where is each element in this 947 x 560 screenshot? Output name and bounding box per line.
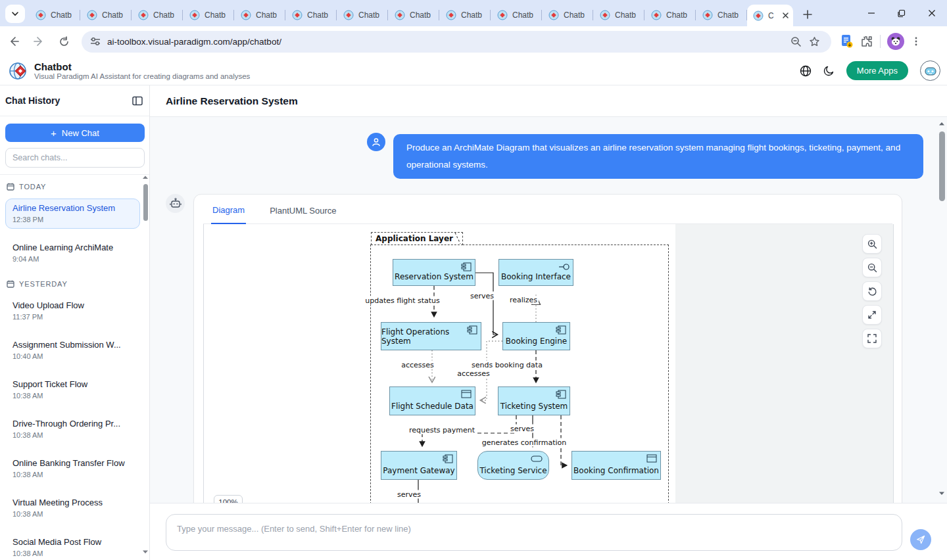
component-icon [467, 325, 477, 335]
back-button[interactable] [3, 30, 25, 53]
chat-item-title: Assignment Submission W... [12, 340, 133, 350]
extensions-puzzle-icon[interactable] [860, 35, 873, 48]
zoom-in-button[interactable] [862, 234, 882, 254]
section-label: YESTERDAY [19, 280, 68, 288]
minimize-icon [867, 9, 875, 17]
chatbot-widget-button[interactable] [920, 60, 940, 81]
panda-avatar-icon [890, 35, 902, 47]
chat-item-selected[interactable]: Airline Reservation System 12:38 PM [5, 198, 140, 229]
chat-item[interactable]: Support Ticket Flow 10:38 AM [5, 375, 140, 405]
diagram-canvas[interactable]: Application Layer [203, 224, 894, 503]
node-payment-gateway[interactable]: Payment Gateway [381, 451, 457, 480]
node-flight-schedule-data[interactable]: Flight Schedule Data [389, 386, 475, 415]
browser-tab[interactable]: Chatb [29, 4, 80, 26]
profile-avatar[interactable] [887, 33, 904, 50]
chat-scrollbar-thumb[interactable] [939, 131, 945, 201]
browser-tab[interactable]: Chatb [644, 4, 696, 26]
send-button[interactable] [910, 529, 931, 550]
zoom-out-page-button[interactable] [787, 32, 805, 51]
chat-item[interactable]: Assignment Submission W... 10:40 AM [5, 335, 140, 365]
fit-to-screen-button[interactable] [862, 305, 882, 325]
browser-tab[interactable]: Chatb [285, 4, 337, 26]
scroll-down-icon[interactable] [938, 491, 945, 496]
chat-item[interactable]: Video Upload Flow 11:37 PM [5, 296, 140, 326]
browser-tab[interactable]: Chatb [337, 4, 388, 26]
node-booking-engine[interactable]: Booking Engine [502, 322, 570, 350]
edge-label: sends booking data [470, 361, 544, 369]
forward-button[interactable] [28, 30, 50, 53]
tab-title: Chatb [51, 11, 72, 20]
scroll-up-icon[interactable] [938, 121, 945, 126]
reset-view-button[interactable] [862, 281, 882, 301]
message-input[interactable] [166, 514, 902, 551]
tab-list: Chatb Chatb Chatb Chatb Chatb Chatb Chat… [29, 0, 817, 26]
browser-tab[interactable]: Chatb [593, 4, 644, 26]
node-booking-confirmation[interactable]: Booking Confirmation [571, 451, 661, 480]
tab-diagram[interactable]: Diagram [211, 205, 246, 224]
chat-item[interactable]: Drive-Through Ordering Pr... 10:38 AM [5, 414, 140, 444]
calendar-icon [7, 280, 14, 288]
site-settings-icon[interactable] [90, 36, 101, 47]
sidebar-scroll-up-icon[interactable] [142, 175, 149, 180]
browser-tab[interactable]: Chatb [388, 4, 439, 26]
dark-mode-moon-icon[interactable] [823, 65, 835, 76]
visual-paradigm-favicon [446, 10, 456, 20]
sidebar-scroll-down-icon[interactable] [142, 549, 149, 555]
zoom-out-button[interactable] [862, 258, 882, 277]
chat-item-time: 10:40 AM [12, 352, 133, 360]
chat-item[interactable]: Online Learning ArchiMate 9:04 AM [5, 238, 140, 268]
chat-item-title: Virtual Meeting Process [12, 498, 133, 507]
assistant-avatar [166, 194, 185, 213]
browser-tab-active[interactable]: C [747, 5, 793, 26]
node-reservation-system[interactable]: Reservation System [393, 259, 475, 286]
collapse-sidebar-icon[interactable] [132, 96, 143, 106]
close-tab-icon[interactable] [782, 12, 789, 19]
component-icon [556, 390, 566, 399]
node-label: Payment Gateway [383, 466, 454, 475]
language-globe-icon[interactable] [800, 65, 812, 77]
tab-title: Chatb [102, 11, 123, 20]
node-booking-interface[interactable]: Booking Interface [498, 259, 573, 286]
component-icon [556, 325, 566, 335]
address-bar[interactable]: ai-toolbox.visual-paradigm.com/app/chatb… [82, 31, 831, 53]
node-ticketing-service[interactable]: Ticketing Service [477, 451, 549, 480]
browser-tab[interactable]: Chatb [234, 4, 285, 26]
node-ticketing-system[interactable]: Ticketing System [498, 386, 570, 415]
maximize-button[interactable] [886, 0, 917, 26]
main-panel: Airline Reservation System Produce an Ar… [150, 85, 947, 560]
bookmark-button[interactable] [805, 32, 823, 51]
fullscreen-corners-icon [867, 334, 877, 343]
more-apps-button[interactable]: More Apps [846, 61, 908, 80]
browser-tab[interactable]: Chatb [491, 4, 542, 26]
close-window-button[interactable] [917, 0, 947, 26]
browser-tab[interactable]: Chatb [80, 4, 132, 26]
node-label: Booking Engine [506, 337, 567, 346]
sidebar-scrollbar-thumb[interactable] [143, 184, 148, 221]
minimize-button[interactable] [856, 0, 886, 26]
browser-tab[interactable]: Chatb [542, 4, 593, 26]
docs-offline-extension-icon[interactable] [840, 34, 854, 49]
chat-scrollbar[interactable] [938, 117, 946, 503]
new-chat-button[interactable]: + New Chat [5, 124, 145, 142]
browser-tab[interactable]: Chatb [439, 4, 491, 26]
chat-item[interactable]: Online Banking Transfer Flow 10:38 AM [5, 454, 140, 484]
edge-label: serves [469, 292, 495, 300]
robot-face-icon [924, 66, 937, 76]
browser-tab[interactable]: Chatb [132, 4, 183, 26]
browser-menu-kebab-icon[interactable] [911, 36, 921, 47]
reset-icon [867, 287, 877, 296]
chat-item[interactable]: Social Media Post Flow 10:38 AM [5, 532, 140, 560]
tab-plantuml-source[interactable]: PlantUML Source [268, 206, 337, 223]
node-flight-operations-system[interactable]: Flight Operations System [381, 322, 481, 350]
browser-tab[interactable]: Chatb [183, 4, 234, 26]
chat-item-title: Drive-Through Ordering Pr... [12, 419, 133, 429]
search-input[interactable] [5, 148, 145, 168]
new-tab-button[interactable] [798, 5, 817, 24]
browser-tab[interactable]: Chatb [696, 4, 747, 26]
fullscreen-button[interactable] [862, 329, 882, 348]
section-label: TODAY [19, 183, 46, 191]
chat-item-title: Social Media Post Flow [12, 537, 133, 547]
reload-button[interactable] [53, 30, 75, 53]
tab-search-button[interactable] [5, 5, 25, 23]
chat-item[interactable]: Virtual Meeting Process 10:38 AM [5, 493, 140, 523]
